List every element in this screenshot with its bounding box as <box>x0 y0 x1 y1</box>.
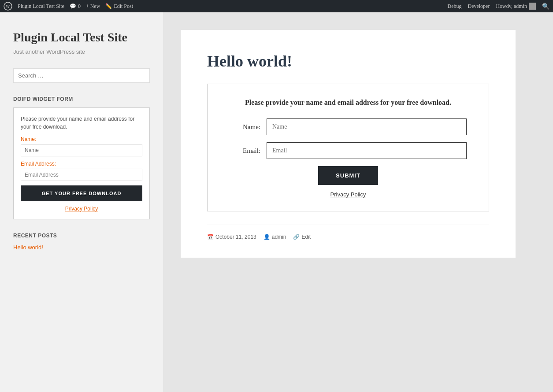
name-label: Name: <box>230 123 260 131</box>
doifd-name-label: Name: <box>21 136 142 142</box>
post-date-item: 📅 October 11, 2013 <box>207 234 256 240</box>
doifd-privacy-link[interactable]: Privacy Policy <box>21 206 142 212</box>
wp-logo[interactable]: W <box>4 2 12 11</box>
search-widget <box>13 68 150 83</box>
post-author-item: 👤 admin <box>264 234 286 240</box>
recent-post-item[interactable]: Hello world! <box>13 244 43 251</box>
email-label: Email: <box>230 147 260 155</box>
doifd-submit-button[interactable]: GET YOUR FREE DOWNLOAD <box>21 185 142 201</box>
email-field[interactable] <box>267 142 467 159</box>
doifd-widget-box: Please provide your name and email addre… <box>13 107 150 219</box>
edit-post-icon: 🔗 <box>293 234 300 240</box>
name-field[interactable] <box>267 118 467 135</box>
search-input[interactable] <box>13 68 150 83</box>
edit-post-bar[interactable]: ✏️ Edit Post <box>105 3 133 10</box>
site-tagline: Just another WordPress site <box>13 48 150 55</box>
submit-row: SUBMIT Privacy Policy <box>230 166 467 198</box>
form-box-desc: Please provide your name and email addre… <box>230 97 467 108</box>
author-icon: 👤 <box>264 234 270 240</box>
post-title: Hello world! <box>207 52 489 70</box>
calendar-icon: 📅 <box>207 234 214 240</box>
developer-bar[interactable]: Developer <box>468 3 490 10</box>
recent-posts-section: RECENT POSTS Hello world! <box>13 233 150 251</box>
doifd-widget-section: DOIFD WIDGET FORM Please provide your na… <box>13 96 150 219</box>
main-content: Hello world! Please provide your name an… <box>163 12 553 392</box>
doifd-email-label: Email Address: <box>21 161 142 167</box>
admin-search-icon[interactable]: 🔍 <box>542 3 549 10</box>
email-row: Email: <box>230 142 467 159</box>
sidebar: Plugin Local Test Site Just another Word… <box>0 12 163 392</box>
content-card: Hello world! Please provide your name an… <box>181 30 516 258</box>
main-form-box: Please provide your name and email addre… <box>207 84 489 211</box>
site-title: Plugin Local Test Site <box>13 30 150 45</box>
privacy-link[interactable]: Privacy Policy <box>330 191 366 198</box>
howdy-bar[interactable]: Howdy, admin <box>496 3 536 10</box>
doifd-widget-title: DOIFD WIDGET FORM <box>13 96 150 102</box>
debug-bar[interactable]: Debug <box>447 3 461 10</box>
comment-icon: 💬 <box>70 3 76 10</box>
svg-text:W: W <box>6 4 10 9</box>
site-name-bar[interactable]: Plugin Local Test Site <box>18 3 64 10</box>
post-edit-link[interactable]: Edit <box>301 234 311 240</box>
post-date: October 11, 2013 <box>215 234 256 240</box>
doifd-desc: Please provide your name and email addre… <box>21 115 142 131</box>
post-footer: 📅 October 11, 2013 👤 admin 🔗 Edit <box>207 225 489 240</box>
post-author-link[interactable]: admin <box>272 234 286 240</box>
admin-bar: W Plugin Local Test Site 💬 0 + New ✏️ Ed… <box>0 0 553 12</box>
post-edit-item: 🔗 Edit <box>293 234 311 240</box>
doifd-email-input[interactable] <box>21 169 142 181</box>
avatar <box>529 3 536 10</box>
name-row: Name: <box>230 118 467 135</box>
new-bar[interactable]: + New <box>86 3 100 10</box>
comments-bar[interactable]: 💬 0 <box>70 3 81 10</box>
recent-posts-title: RECENT POSTS <box>13 233 150 239</box>
doifd-name-input[interactable] <box>21 144 142 156</box>
edit-icon: ✏️ <box>105 3 112 10</box>
submit-button[interactable]: SUBMIT <box>318 166 378 185</box>
